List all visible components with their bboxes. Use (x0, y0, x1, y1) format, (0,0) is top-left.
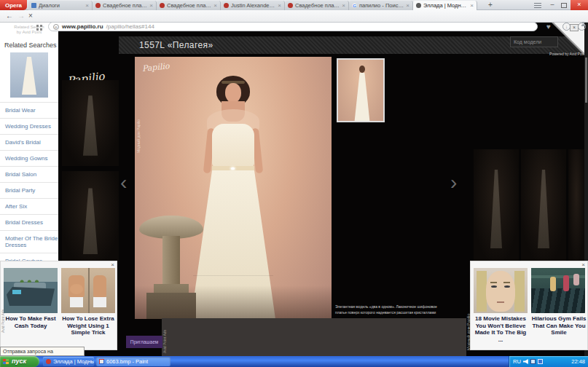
ad-close-icon[interactable]: × (111, 261, 114, 268)
ad-close-icon[interactable]: × (581, 261, 585, 268)
sidebar-item-bridal-salon[interactable]: Bridal Salon (0, 167, 58, 183)
ad-image-movie-face[interactable] (474, 268, 528, 313)
bookmark-heart-icon[interactable]: ♥ (546, 23, 551, 31)
volume-icon[interactable] (523, 359, 528, 364)
gallery-thumb[interactable] (521, 149, 566, 262)
prev-photo-arrow[interactable]: ‹ (120, 173, 127, 193)
bride-head-small (359, 66, 365, 73)
tab-title: Диалоги (39, 2, 83, 9)
sidebar-item-davids-bridal[interactable]: David's Bridal (0, 135, 58, 151)
status-tooltip: Отправка запроса на cas.criteo.com... (0, 347, 85, 356)
system-tray: RU 22:48 (509, 356, 588, 367)
dress-shape (353, 73, 371, 122)
sidebar-dress-thumbnail[interactable] (10, 52, 48, 98)
tab-dialogs[interactable]: Диалоги × (28, 1, 93, 10)
tab-close-icon[interactable]: × (406, 2, 409, 9)
sidebar-item-after-six[interactable]: After Six (0, 199, 58, 215)
start-button[interactable]: пуск (0, 356, 39, 367)
user-silhouette-icon (581, 24, 585, 26)
dress-shape (20, 57, 38, 95)
stop-button[interactable]: × (28, 12, 33, 20)
tab-close-icon[interactable]: × (278, 2, 281, 9)
dress-shape (81, 95, 101, 156)
sidebar-item-bridal-party[interactable]: Bridal Party (0, 183, 58, 199)
alternate-view-thumbnail[interactable] (337, 58, 385, 122)
language-indicator[interactable]: RU (513, 358, 521, 365)
network-icon[interactable] (530, 359, 536, 364)
bottom-ad-bar: Avid Point Ads (162, 318, 466, 356)
sidebar-item-wedding-dresses[interactable]: Wedding Dresses (0, 119, 58, 135)
close-window-button[interactable]: × (571, 0, 588, 10)
display-icon[interactable] (538, 359, 543, 364)
ad-caption[interactable]: How To Make Fast Cash Today (2, 315, 59, 329)
windows-taskbar: пуск Эллада | Модный д... 6063.bmp - Pai… (0, 356, 588, 367)
opera-menu-button[interactable]: Opera (0, 0, 27, 10)
ad-image-cruise-ship[interactable] (4, 268, 58, 313)
invite-button[interactable]: Приглашаем (126, 336, 162, 348)
eyebrow (490, 282, 497, 283)
speed-dial-icon[interactable] (36, 25, 39, 27)
tab-close-icon[interactable]: × (342, 2, 345, 9)
taskbar-item-opera[interactable]: Эллада | Модный д... (43, 357, 94, 366)
photo-side-watermark: Модный дом Papilio (136, 119, 141, 153)
before-figure (68, 275, 85, 297)
tab-papilio-active[interactable]: Эллада | Модный дом Papi × (413, 1, 477, 10)
hair (514, 271, 525, 312)
dress-bodice (212, 124, 254, 167)
ad-caption[interactable]: Hilarious Gym Fails That Can Make You Sm… (530, 315, 587, 336)
tab-bar: Opera Диалоги × Свадебное платье Demetri… (0, 0, 588, 10)
related-searches-heading: Related Searches (4, 42, 58, 49)
tab-dress-lilian[interactable]: Свадебное платье Lilian W × (285, 1, 349, 10)
papilio-favicon-icon (416, 3, 421, 8)
dress-shape (536, 170, 551, 249)
back-button[interactable]: ← (6, 12, 13, 20)
ad-caption[interactable]: 18 Movie Mistakes You Won't Believe Made… (472, 315, 529, 343)
eye (504, 285, 510, 288)
next-photo-arrow[interactable]: › (450, 173, 457, 193)
sidebar-item-wedding-gowns[interactable]: Wedding Gowns (0, 151, 58, 167)
scrollbar-thumb[interactable] (585, 58, 587, 103)
browser-menu-icon[interactable] (534, 3, 541, 8)
new-tab-button[interactable]: + (485, 1, 496, 10)
window-controls: – × (534, 0, 588, 10)
tab-dress-demetrios[interactable]: Свадебное платье Demetri × (93, 1, 157, 10)
forward-button[interactable]: → (17, 12, 25, 20)
downloads-icon[interactable]: ↓ (562, 23, 571, 31)
tab-close-icon[interactable]: × (470, 2, 474, 9)
screen: Opera Диалоги × Свадебное платье Demetri… (0, 0, 588, 367)
sidebar-item-bridal-wear[interactable]: Bridal Wear (0, 102, 58, 119)
ad-image-weight-loss[interactable] (61, 268, 115, 313)
sidebar-item-bridal-dresses[interactable]: Bridal Dresses (0, 215, 58, 231)
address-bar[interactable]: o www.papilio.ru /papilio/hellas#144 (48, 22, 538, 31)
tab-close-icon[interactable]: × (149, 2, 153, 9)
main-dress-photo[interactable]: Papilio Модный дом Papilio (135, 57, 332, 319)
dress-favicon-icon (160, 3, 165, 8)
task-label: Эллада | Модный д... (53, 358, 94, 365)
taskbar-item-paint[interactable]: 6063.bmp - Paint (96, 357, 170, 366)
google-favicon-icon: G (352, 3, 357, 8)
gallery-thumb[interactable] (62, 80, 119, 166)
ad-image-gym[interactable] (531, 268, 585, 313)
gym-person (573, 274, 579, 285)
shorts (93, 297, 106, 307)
tab-justin-alexander[interactable]: Justin Alexander и Lilian W × (221, 1, 285, 10)
gym-person (563, 275, 569, 291)
minimize-button[interactable]: – (547, 0, 557, 10)
maximize-button[interactable] (561, 3, 567, 8)
sidebar-item-mother-of-the-bride[interactable]: Mother Of The Bride Dresses (0, 231, 58, 253)
tab-close-icon[interactable]: × (85, 2, 89, 9)
eyebrow (503, 282, 510, 283)
paint-task-icon (99, 359, 104, 364)
url-host: www.papilio.ru (62, 23, 103, 30)
before-after-divider (88, 268, 90, 313)
ad-caption[interactable]: How To Lose Extra Weight Using 1 Simple … (60, 315, 117, 336)
gallery-thumb[interactable] (62, 171, 119, 266)
photo-shadow (135, 285, 332, 319)
tab-dress-sincerity[interactable]: Свадебное платье Sincerit × (157, 1, 221, 10)
related-search-list: Bridal Wear Wedding Dresses David's Brid… (0, 102, 58, 269)
gallery-thumb[interactable] (474, 149, 519, 262)
taskbar-clock[interactable]: 22:48 (571, 358, 588, 365)
tab-close-icon[interactable]: × (213, 2, 217, 9)
tab-google-search[interactable]: G папилио - Поиск в Google × (349, 1, 413, 10)
gallery-thumb[interactable] (568, 149, 584, 262)
